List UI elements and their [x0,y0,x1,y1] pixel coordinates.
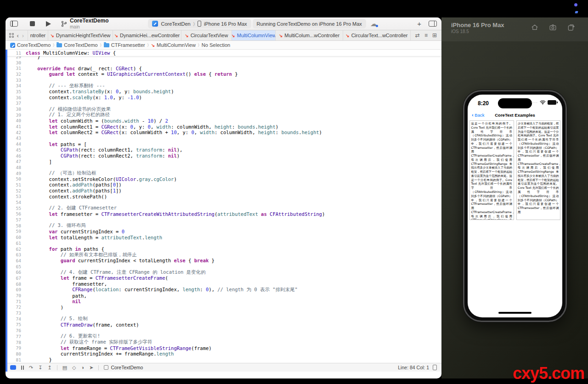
code-line[interactable]: 52 context.addPath(paths[1]) [6,188,441,194]
editor-tab[interactable]: ↘MultiColum...wController [275,30,343,40]
code-line[interactable]: 68 framesetter, [6,281,441,287]
editor-tab[interactable]: ntroller [28,30,47,40]
breadcrumb-item[interactable]: CoreTextDemo [57,42,97,48]
code-line[interactable]: 64 guard currentStringIndex < totalLengt… [6,258,441,264]
code-line[interactable]: 72 ) [6,305,441,311]
code-line[interactable]: 63 // 如果所有文本都已排版，就停止 [6,252,441,258]
code-line[interactable]: 65 [6,264,441,270]
screenshot-camera-icon[interactable] [548,23,557,31]
code-line[interactable]: 30 [6,60,441,66]
code-text: // 5. 绘制 [26,316,88,322]
code-line[interactable]: 32 guard let context = UIGraphicsGetCurr… [6,71,441,77]
run-button[interactable] [46,21,51,27]
code-line[interactable]: 62 for path in paths { [6,246,441,252]
code-line[interactable]: 74 // 5. 绘制 [6,316,441,322]
memory-graph-icon[interactable]: ◇ [72,365,76,370]
code-line[interactable]: 73 [6,310,441,316]
code-line[interactable]: 31 override func draw(_ rect: CGRect) { [6,65,441,71]
breakpoints-toggle-button[interactable] [10,365,16,370]
editor-layout-button[interactable] [429,21,437,27]
code-line[interactable]: 60 let totalLength = attributedText.leng… [6,234,441,240]
code-line[interactable]: 81 } [6,357,441,363]
code-line[interactable]: 75 CTFrameDraw(frame, context) [6,322,441,328]
code-line[interactable]: 36 context.scaleBy(x: 1.0, y: -1.0) [6,95,441,101]
code-line[interactable]: 80 currentStringIndex += frameRange.leng… [6,351,441,357]
editor-tab[interactable]: ↘CircularText...wController [343,30,410,40]
stop-button[interactable] [30,21,35,26]
code-line[interactable]: 34 // --- 坐标系翻转 --- [6,83,441,89]
back-navigation-button[interactable]: ‹ [17,32,19,39]
code-editor[interactable]: 11 class MultiColumnView: UIView { 29 }3… [6,50,441,372]
simulate-location-icon[interactable]: ➤ [89,365,93,370]
code-line[interactable]: 42 let columnRect2 = CGRect(x: columnWid… [6,130,441,136]
code-line[interactable]: 54 [6,199,441,205]
code-line[interactable]: 50 context.setStrokeColor(UIColor.gray.c… [6,176,441,182]
code-line[interactable]: 71 nil [6,299,441,305]
home-indicator[interactable] [498,312,531,314]
code-line[interactable]: 67 let frame = CTFramesetterCreateFrame( [6,275,441,281]
environment-overrides-icon[interactable]: ◑ [81,365,85,370]
cloud-status-icon[interactable]: ☁ [370,20,377,28]
code-line[interactable]: 43 [6,136,441,141]
home-button-icon[interactable] [531,23,539,31]
pause-button[interactable] [21,366,24,370]
code-line[interactable]: 44 let paths = [ [6,141,441,147]
sticky-declaration-line[interactable]: 11 class MultiColumnView: UIView { [6,50,441,56]
code-line[interactable]: 33 [6,77,441,83]
code-line[interactable]: 35 context.translateBy(x: 0, y: bounds.h… [6,89,441,95]
code-line[interactable]: 49 // （可选）绘制边框 [6,170,441,176]
code-review-icon[interactable]: ⇄ [415,32,420,39]
editor-tab[interactable]: ↘DynamicHeightTextView [48,30,113,40]
breadcrumb-item[interactable]: ↘MultiColumnView [151,42,196,48]
debug-process[interactable]: CoreTextDemo [104,365,143,370]
step-into-icon[interactable]: ↧ [38,365,42,370]
code-line[interactable]: 61 [6,240,441,246]
related-items-icon[interactable] [9,33,14,38]
adjust-editor-options-icon[interactable]: ≡ [424,32,428,39]
code-line[interactable]: 58 // 3. 循环布局 [6,223,441,229]
code-line[interactable]: 66 // 4. 创建 CTFrame, 注意 CFRange 的 locati… [6,269,441,275]
code-line[interactable]: 78 // 获取这个 frame 实际排版了多少字符 [6,339,441,345]
code-line[interactable]: 57 [6,217,441,223]
editor-tab[interactable]: ↘CircularTextView [181,30,232,40]
scheme-project[interactable]: CoreTextDemo main [61,18,108,29]
code-line[interactable]: 77 // 6. 更新索引! [6,333,441,339]
breadcrumb-item[interactable]: CoreTextDemo [10,42,51,48]
code-line[interactable]: 38 // 模拟微信读书的分页效果 [6,106,441,112]
step-over-icon[interactable]: ↷ [29,365,33,370]
device-indicator-icon[interactable] [433,365,437,370]
code-text: // --- 坐标系翻转 --- [26,83,105,89]
code-line[interactable]: 47 ] [6,158,441,164]
editor-tab[interactable]: ↘DynamicHei...ewController [113,30,181,40]
code-line[interactable]: 53 context.strokePath() [6,194,441,200]
forward-navigation-button[interactable]: › [22,32,24,39]
code-line[interactable]: 59 var currentStringIndex = 0 [6,229,441,235]
rotate-device-icon[interactable] [567,23,575,31]
editor-tab[interactable]: ↘MultiColumnView [232,30,275,40]
sidebar-toggle-button[interactable] [10,21,18,27]
step-out-icon[interactable]: ↥ [47,365,51,370]
code-line[interactable]: 69 CFRange(location: currentStringIndex,… [6,287,441,293]
code-line[interactable]: 39 // 1. 定义两个分栏的路径 [6,112,441,118]
scheme-selector[interactable]: CoreTextDen 〉 iPhone 16 Pro Max [148,19,251,28]
add-editor-icon[interactable]: ⊞ [432,32,437,39]
line-number: 74 [6,316,26,322]
code-line[interactable]: 76 [6,328,441,333]
code-line[interactable]: 45 CGPath(rect: columnRect1, transform: … [6,147,441,153]
line-number: 70 [6,293,26,298]
breadcrumb-item[interactable]: No Selection [202,42,230,48]
breadcrumb-item[interactable]: CTFramesetter [104,42,145,48]
code-line[interactable]: 46 CGPath(rect: columnRect2, transform: … [6,153,441,159]
code-line[interactable]: 41 let columnRect1 = CGRect(x: 0, y: 0, … [6,124,441,130]
activity-status[interactable]: Running CoreTextDemo on iPhone 16 Pro Ma… [253,19,366,28]
code-line[interactable]: 40 let columnWidth = (bounds.width - 10)… [6,118,441,124]
code-line[interactable]: 70 path, [6,293,441,299]
code-line[interactable]: 55 // 2. 创建 CTFramesetter [6,205,441,211]
code-line[interactable]: 37 [6,101,441,107]
add-tab-button[interactable]: + [417,20,421,28]
code-line[interactable]: 56 let framesetter = CTFramesetterCreate… [6,211,441,217]
code-line[interactable]: 79 let frameRange = CTFrameGetVisibleStr… [6,345,441,351]
code-line[interactable]: 51 context.addPath(paths[0]) [6,182,441,188]
view-hierarchy-debugger-icon[interactable]: ▤ [62,365,67,370]
code-line[interactable]: 48 [6,164,441,170]
